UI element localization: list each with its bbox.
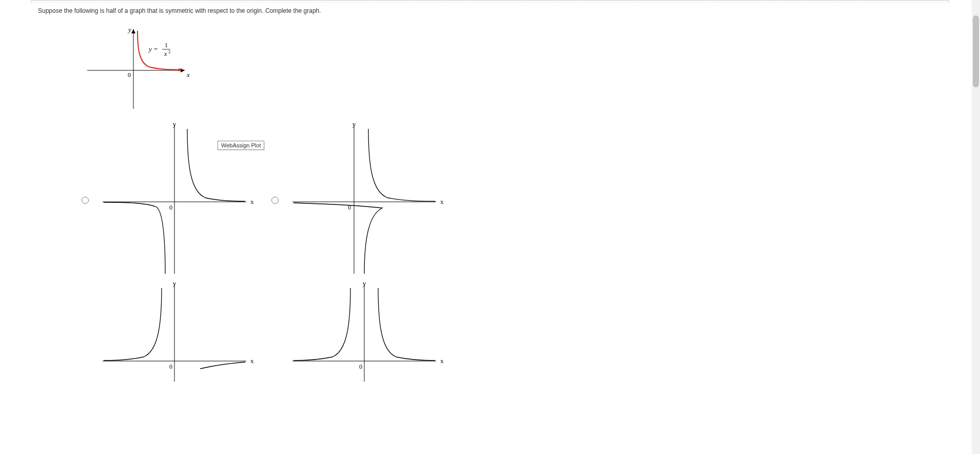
page-scrollbar[interactable] xyxy=(972,0,980,402)
given-curve xyxy=(138,31,182,70)
equation-prefix: y = xyxy=(148,45,158,53)
x-axis-label: x xyxy=(440,357,444,365)
given-graph-figure: y x 0 y = 1 x 3 xyxy=(77,22,949,116)
option-b-radio[interactable] xyxy=(271,197,279,204)
equation-numer: 1 xyxy=(165,42,168,49)
given-graph-svg: y x 0 y = 1 x 3 xyxy=(77,22,210,114)
origin-label: 0 xyxy=(169,363,172,370)
origin-label: 0 xyxy=(359,363,362,370)
option-a-radio[interactable] xyxy=(82,197,89,204)
plot-tooltip: WebAssign Plot xyxy=(218,141,264,150)
option-a-radio-cell xyxy=(77,120,92,279)
y-axis-label: y xyxy=(363,279,366,287)
y-axis-label: y xyxy=(127,26,131,33)
equation-denom-base: x xyxy=(164,50,167,58)
question-container: Suppose the following is half of a graph… xyxy=(0,0,980,402)
option-b-plot[interactable]: y x 0 xyxy=(287,120,452,279)
origin-label: 0 xyxy=(169,204,172,211)
equation-denom-exp: 3 xyxy=(168,50,170,54)
question-prompt: Suppose the following is half of a graph… xyxy=(31,5,949,20)
x-axis-label: x xyxy=(186,71,190,79)
svg-marker-1 xyxy=(181,68,185,72)
x-axis-label: x xyxy=(250,198,254,205)
svg-marker-3 xyxy=(131,29,135,33)
origin-label: 0 xyxy=(128,71,131,79)
option-d-plot[interactable]: y x 0 xyxy=(287,279,452,382)
y-axis-label: y xyxy=(173,279,177,287)
option-b-radio-cell xyxy=(267,120,282,279)
answers-grid: y x 0 y x 0 xyxy=(77,120,949,382)
card-top-border xyxy=(31,0,949,3)
option-c-plot[interactable]: y x 0 xyxy=(97,279,262,382)
scrollbar-thumb[interactable] xyxy=(973,15,979,87)
y-axis-label: y xyxy=(352,120,356,128)
option-c-radio-cell xyxy=(77,279,92,382)
x-axis-label: x xyxy=(440,198,444,205)
option-d-radio-cell xyxy=(267,279,282,382)
y-axis-label: y xyxy=(173,120,177,128)
x-axis-label: x xyxy=(250,357,254,365)
